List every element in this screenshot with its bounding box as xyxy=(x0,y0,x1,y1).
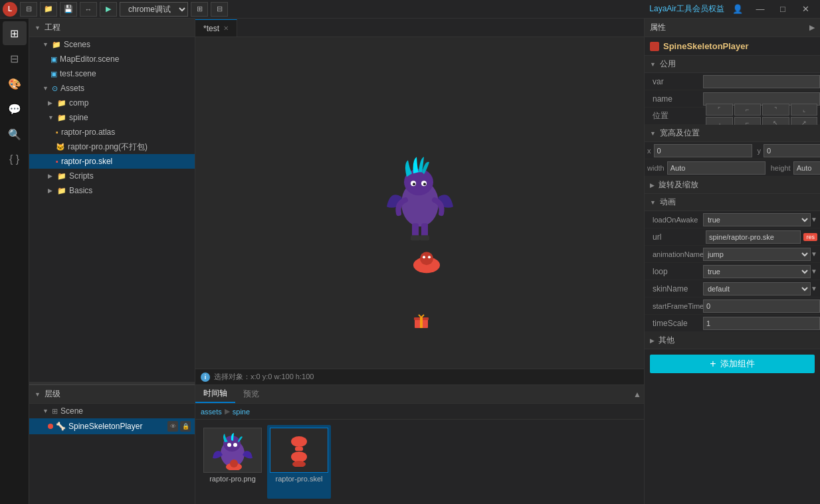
section-anim-label: 动画 xyxy=(660,197,676,208)
toolbar-btn-swap[interactable]: ↔ xyxy=(80,2,97,17)
tree-raptor-skel[interactable]: ▪ raptor-pro.skel xyxy=(29,154,195,169)
asset-thumb-skel xyxy=(270,428,328,473)
prop-loadonawake-select[interactable]: true false xyxy=(703,213,811,226)
prop-animname-select[interactable]: jump run idle xyxy=(703,248,811,261)
toolbar-btn-folder[interactable]: 📁 xyxy=(40,2,57,17)
prop-url: url spine/raptor-pro.ske res xyxy=(645,228,820,246)
url-value: spine/raptor-pro.ske xyxy=(706,230,801,244)
minimize-button[interactable]: — xyxy=(751,2,769,17)
viewport[interactable]: i 选择对象：x:0 y:0 w:100 h:100 xyxy=(195,37,644,384)
laya-link[interactable]: LayaAir工具会员权益 xyxy=(649,3,724,15)
pos-btn-ml[interactable]: ⌞ xyxy=(791,104,818,116)
tab-timeline[interactable]: 时间轴 xyxy=(195,385,235,403)
app-logo: L xyxy=(3,2,17,17)
tree-raptor-atlas[interactable]: ▪ raptor-pro.atlas xyxy=(29,125,195,139)
tree-spine[interactable]: ▼ 📁 spine xyxy=(29,110,195,125)
raptor-atlas-label: raptor-pro.atlas xyxy=(61,127,115,137)
prop-height-input[interactable] xyxy=(793,161,820,175)
section-size-arrow: ▼ xyxy=(650,130,656,137)
maximize-button[interactable]: □ xyxy=(773,2,792,17)
prop-y-input[interactable] xyxy=(764,144,820,157)
comp-folder-icon: 📁 xyxy=(57,99,66,108)
user-icon[interactable]: 👤 xyxy=(728,2,747,17)
prop-skinname: skinName default ▼ xyxy=(645,280,820,297)
loop-arrow: ▼ xyxy=(811,268,820,275)
prop-loop-select[interactable]: true false xyxy=(703,265,811,278)
lock-icon[interactable]: 🔒 xyxy=(180,421,191,432)
pos-btn-tr[interactable]: ⌝ xyxy=(762,104,789,116)
prop-var: var xyxy=(645,73,820,90)
breadcrumb-spine[interactable]: spine xyxy=(233,408,250,416)
hierarchy-header[interactable]: ▼ 层级 xyxy=(29,385,195,404)
prop-loop: loop true false ▼ xyxy=(645,263,820,280)
asset-raptor-skel[interactable]: raptor-pro.skel xyxy=(267,425,331,499)
activity-icon-grid[interactable]: ⊟ xyxy=(3,46,27,70)
section-other[interactable]: ▶ 其他 xyxy=(645,332,820,349)
close-button[interactable]: ✕ xyxy=(796,2,815,17)
eye-icon[interactable]: 👁 xyxy=(167,421,178,432)
activity-icon-code[interactable]: { } xyxy=(3,147,27,171)
tree-mapeditor-scene[interactable]: ▣ MapEditor.scene xyxy=(29,52,195,66)
scene-icon: ▣ xyxy=(51,55,57,64)
project-header[interactable]: ▼ 工程 xyxy=(29,19,195,37)
section-rotation[interactable]: ▶ 旋转及缩放 xyxy=(645,177,820,194)
add-component-button[interactable]: + 添加组件 xyxy=(650,355,815,373)
breadcrumb-assets[interactable]: assets xyxy=(201,408,222,416)
activity-icon-search[interactable]: 🔍 xyxy=(3,122,27,146)
section-common[interactable]: ▼ 公用 xyxy=(645,56,820,73)
prop-timescale-label: timeScale xyxy=(645,319,703,328)
toolbar-btn-save[interactable]: 💾 xyxy=(60,2,77,17)
svg-line-18 xyxy=(421,315,424,317)
section-other-label: 其他 xyxy=(659,335,674,346)
prop-width-cell: width xyxy=(645,161,768,175)
pos-btn-tl[interactable]: ⌜ xyxy=(706,104,733,116)
titlebar-left: L ⊟ 📁 💾 ↔ ▶ chrome调试 ⊞ ⊟ xyxy=(0,2,228,17)
tab-preview[interactable]: 预览 xyxy=(235,385,267,403)
toolbar-btn-1[interactable]: ⊟ xyxy=(20,2,37,17)
prop-startframe-input[interactable] xyxy=(703,299,820,313)
section-size-pos[interactable]: ▼ 宽高及位置 xyxy=(645,125,820,142)
tree-raptor-png[interactable]: 🐱 raptor-pro.png(不打包) xyxy=(29,139,195,154)
tree-spine-player[interactable]: 🦴 SpineSkeletonPlayer 👁 🔒 xyxy=(29,418,195,434)
panel-expand-btn[interactable]: ▲ xyxy=(633,390,644,399)
section-rotation-label: 旋转及缩放 xyxy=(659,179,698,191)
prop-startframe-label: startFrameTime xyxy=(645,302,703,310)
tree-test-scene[interactable]: ▣ test.scene xyxy=(29,66,195,81)
debug-mode-dropdown[interactable]: chrome调试 xyxy=(120,2,188,17)
section-animation[interactable]: ▼ 动画 xyxy=(645,194,820,211)
tab-test[interactable]: *test ✕ xyxy=(195,19,237,37)
tab-test-close[interactable]: ✕ xyxy=(223,25,229,32)
skel-icon: ▪ xyxy=(56,157,58,165)
project-label: 工程 xyxy=(45,22,60,33)
assets-grid: raptor-pro.png xyxy=(195,420,644,504)
tree-scripts[interactable]: ▶ 📁 Scripts xyxy=(29,169,195,183)
prop-animationname: animationName jump run idle ▼ xyxy=(645,246,820,263)
toolbar-btn-grid[interactable]: ⊞ xyxy=(191,2,208,17)
component-header: SpineSkeletonPlayer xyxy=(645,37,820,56)
props-expand-icon[interactable]: ▶ xyxy=(809,23,815,32)
svg-point-21 xyxy=(227,443,231,447)
activity-icon-palette[interactable]: 🎨 xyxy=(3,72,27,96)
prop-skinname-select[interactable]: default xyxy=(703,282,811,295)
activity-icon-chat[interactable]: 💬 xyxy=(3,97,27,121)
tree-scenes[interactable]: ▼ 📁 Scenes xyxy=(29,37,195,52)
pos-btn-tc[interactable]: ⌐ xyxy=(734,104,762,116)
toolbar-btn-play[interactable]: ▶ xyxy=(100,2,117,17)
raptor-skel-label: raptor-pro.skel xyxy=(61,157,112,166)
activity-icon-layers[interactable]: ⊞ xyxy=(3,21,27,45)
toolbar-btn-qr[interactable]: ⊟ xyxy=(211,2,228,17)
tab-test-label: *test xyxy=(203,24,219,33)
viewport-canvas xyxy=(195,37,644,384)
tree-basics[interactable]: ▶ 📁 Basics xyxy=(29,183,195,198)
prop-timescale-input[interactable] xyxy=(703,317,820,330)
tree-assets[interactable]: ▼ ⊙ Assets xyxy=(29,81,195,96)
add-component-label: 添加组件 xyxy=(720,358,755,370)
asset-raptor-png[interactable]: raptor-pro.png xyxy=(201,425,264,499)
tree-comp[interactable]: ▶ 📁 comp xyxy=(29,96,195,110)
hierarchy-tree: ▼ ⊞ Scene 🦴 SpineSkeletonPlayer 👁 🔒 xyxy=(29,404,195,504)
scenes-label: Scenes xyxy=(64,40,90,49)
prop-x-input[interactable] xyxy=(654,144,752,157)
tree-scene-root[interactable]: ▼ ⊞ Scene xyxy=(29,404,195,418)
prop-var-input[interactable] xyxy=(703,75,820,88)
prop-width-input[interactable] xyxy=(667,161,766,175)
